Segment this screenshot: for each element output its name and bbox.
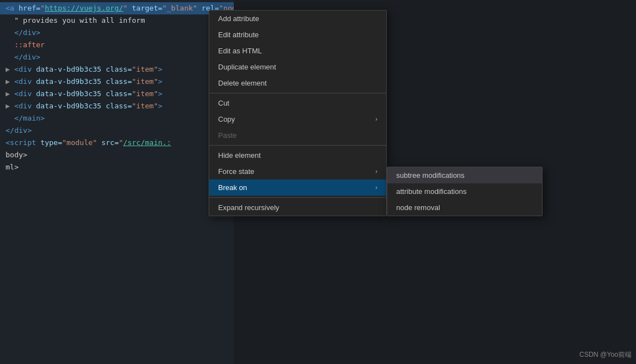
menu-item-label: Break on xyxy=(218,183,247,192)
code-line-7: ▶ <div data-v-bd9b3c35 class="item"> xyxy=(0,76,234,88)
separator-1 xyxy=(209,93,386,93)
menu-item-label: Edit as HTML xyxy=(218,47,262,55)
code-line-1: <a href="https://vuejs.org/" target="_bl… xyxy=(0,2,234,14)
code-line-9: ▶ <div data-v-bd9b3c35 class="item"> xyxy=(0,100,234,112)
watermark: CSDN @Yoo前端 xyxy=(579,350,632,360)
code-line-3: </div> xyxy=(0,27,234,39)
editor-panel: <a href="https://vuejs.org/" target="_bl… xyxy=(0,0,234,364)
submenu-arrow-break-on: › xyxy=(376,185,377,191)
code-line-13: body> xyxy=(0,149,234,161)
separator-2 xyxy=(209,145,386,146)
context-menu: Add attribute Edit attribute Edit as HTM… xyxy=(209,10,387,216)
submenu-arrow-force-state: › xyxy=(376,168,377,174)
submenu-item-label: subtree modifications xyxy=(396,171,465,179)
submenu-item-attribute-modifications[interactable]: attribute modifications xyxy=(387,183,542,200)
menu-item-duplicate-element[interactable]: Duplicate element xyxy=(209,59,386,75)
menu-item-add-attribute[interactable]: Add attribute xyxy=(209,11,386,27)
code-line-10: </main> xyxy=(0,112,234,124)
menu-item-paste: Paste xyxy=(209,127,386,143)
code-line-5: </div> xyxy=(0,51,234,63)
code-line-4: ::after xyxy=(0,39,234,51)
menu-item-label: Paste xyxy=(218,131,236,139)
menu-item-label: Expand recursively xyxy=(218,203,279,212)
separator-3 xyxy=(209,197,386,198)
menu-item-label: Hide element xyxy=(218,151,261,159)
menu-item-label: Cut xyxy=(218,99,229,107)
menu-item-delete-element[interactable]: Delete element xyxy=(209,75,386,91)
menu-item-label: Copy xyxy=(218,115,235,123)
menu-item-label: Add attribute xyxy=(218,14,259,23)
menu-item-label: Edit attribute xyxy=(218,31,259,39)
submenu-item-label: node removal xyxy=(396,203,440,212)
submenu-break-on: subtree modifications attribute modifica… xyxy=(387,167,543,216)
menu-item-label: Duplicate element xyxy=(218,63,276,71)
menu-item-break-on[interactable]: Break on › xyxy=(209,179,386,196)
menu-item-copy[interactable]: Copy › xyxy=(209,111,386,127)
menu-item-edit-attribute[interactable]: Edit attribute xyxy=(209,27,386,43)
submenu-arrow-copy: › xyxy=(376,116,377,122)
code-line-11: </div> xyxy=(0,124,234,137)
menu-item-expand-recursively[interactable]: Expand recursively xyxy=(209,200,386,216)
menu-item-cut[interactable]: Cut xyxy=(209,95,386,111)
code-line-14: ml> xyxy=(0,161,234,173)
menu-item-hide-element[interactable]: Hide element xyxy=(209,147,386,163)
submenu-item-subtree-modifications[interactable]: subtree modifications xyxy=(387,167,542,183)
code-line-8: ▶ <div data-v-bd9b3c35 class="item"> xyxy=(0,88,234,100)
watermark-text: CSDN @Yoo前端 xyxy=(579,351,632,358)
code-line-2: " provides you with all inform xyxy=(0,14,234,27)
menu-item-force-state[interactable]: Force state › xyxy=(209,163,386,179)
submenu-item-node-removal[interactable]: node removal xyxy=(387,200,542,216)
menu-item-edit-as-html[interactable]: Edit as HTML xyxy=(209,43,386,59)
code-line-12: <script type="module" src="/src/main.: xyxy=(0,137,234,149)
menu-item-label: Force state xyxy=(218,167,254,176)
code-line-6: ▶ <div data-v-bd9b3c35 class="item"> xyxy=(0,63,234,76)
submenu-item-label: attribute modifications xyxy=(396,187,466,196)
menu-item-label: Delete element xyxy=(218,79,267,87)
